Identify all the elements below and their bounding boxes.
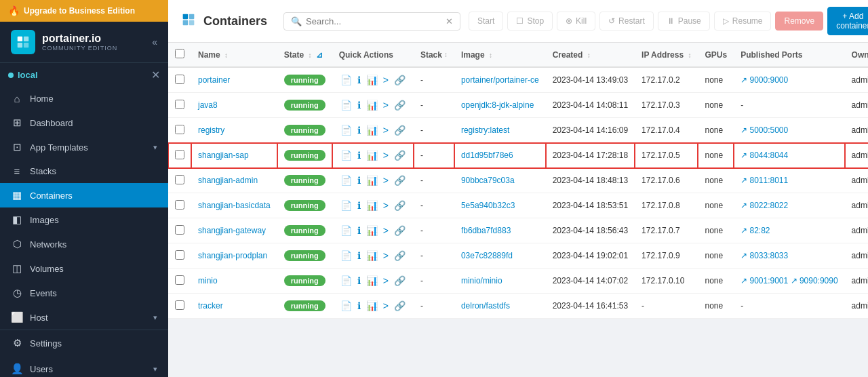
inspect-icon[interactable]: ℹ	[356, 98, 362, 112]
kill-button[interactable]: ⊗ Kill	[557, 12, 595, 31]
image-link[interactable]: 5e5a940b32c3	[461, 201, 515, 210]
inspect-icon[interactable]: ℹ	[356, 299, 362, 313]
console-icon[interactable]: >	[382, 148, 390, 162]
upgrade-banner[interactable]: 🔥 Upgrade to Business Edition	[0, 0, 168, 22]
console-icon[interactable]: >	[382, 224, 390, 237]
sidebar-item-dashboard[interactable]: ⊞ Dashboard	[0, 111, 168, 135]
attach-icon[interactable]: 🔗	[393, 249, 407, 262]
col-image[interactable]: Image ↕	[454, 43, 546, 67]
container-name-link[interactable]: shangjian-prodplan	[198, 251, 267, 260]
container-name-link[interactable]: portainer	[198, 75, 230, 85]
row-checkbox[interactable]	[175, 250, 184, 260]
logs-icon[interactable]: 📄	[339, 299, 353, 313]
row-checkbox[interactable]	[175, 200, 184, 210]
console-icon[interactable]: >	[382, 123, 390, 137]
start-button[interactable]: Start	[469, 12, 503, 31]
container-name-link[interactable]: shangjian-gateway	[198, 226, 266, 235]
console-icon[interactable]: >	[382, 73, 390, 87]
row-checkbox[interactable]	[175, 150, 184, 159]
inspect-icon[interactable]: ℹ	[356, 199, 362, 212]
filter-icon[interactable]: ⊿	[316, 50, 323, 60]
attach-icon[interactable]: 🔗	[393, 299, 407, 313]
attach-icon[interactable]: 🔗	[393, 73, 407, 87]
attach-icon[interactable]: 🔗	[393, 98, 407, 112]
row-checkbox[interactable]	[175, 300, 184, 310]
attach-icon[interactable]: 🔗	[393, 148, 407, 162]
port-link[interactable]: ↗ 9001:9001	[741, 276, 788, 285]
container-name-link[interactable]: tracker	[198, 301, 223, 311]
image-link[interactable]: openjdk:8-jdk-alpine	[461, 100, 534, 110]
sidebar-item-events[interactable]: ◷ Events	[0, 281, 168, 305]
inspect-icon[interactable]: ℹ	[356, 249, 362, 262]
sidebar-item-home[interactable]: ⌂ Home	[0, 87, 168, 111]
sidebar-item-images[interactable]: ◧ Images	[0, 207, 168, 232]
logs-icon[interactable]: 📄	[339, 199, 353, 212]
attach-icon[interactable]: 🔗	[393, 123, 407, 137]
container-name-link[interactable]: shangjian-sap	[198, 151, 249, 160]
logs-icon[interactable]: 📄	[339, 274, 353, 287]
image-link[interactable]: dd1d95bf78e6	[461, 151, 513, 160]
port-link[interactable]: ↗ 8011:8011	[741, 176, 788, 185]
sidebar-collapse-button[interactable]: «	[152, 37, 157, 47]
stop-button[interactable]: ☐ Stop	[507, 12, 553, 31]
stats-icon[interactable]: 📊	[365, 98, 379, 112]
attach-icon[interactable]: 🔗	[393, 274, 407, 287]
image-link[interactable]: 03e7c82889fd	[461, 251, 513, 260]
container-name-link[interactable]: shangjian-basicdata	[198, 201, 271, 210]
sidebar-item-host[interactable]: ⬜ Host ▾	[0, 305, 168, 330]
col-ip[interactable]: IP Address ↕	[635, 43, 698, 67]
stats-icon[interactable]: 📊	[365, 224, 379, 237]
stats-icon[interactable]: 📊	[365, 174, 379, 187]
port-link[interactable]: ↗ 82:82	[741, 226, 770, 235]
sidebar-item-containers[interactable]: ▦ Containers	[0, 183, 168, 207]
image-link[interactable]: 90bbca79c03a	[461, 176, 515, 185]
stats-icon[interactable]: 📊	[365, 73, 379, 87]
row-checkbox[interactable]	[175, 225, 184, 235]
image-link[interactable]: minio/minio	[461, 276, 502, 285]
add-container-button[interactable]: + Add container	[827, 7, 868, 35]
port-link[interactable]: ↗ 5000:5000	[741, 125, 788, 135]
environment-close-button[interactable]: ✕	[151, 68, 160, 81]
attach-icon[interactable]: 🔗	[393, 174, 407, 187]
pause-button[interactable]: ⏸ Pause	[658, 12, 710, 31]
image-link[interactable]: registry:latest	[461, 125, 509, 135]
attach-icon[interactable]: 🔗	[393, 199, 407, 212]
col-created[interactable]: Created ↕	[546, 43, 635, 67]
container-name-link[interactable]: shangjian-admin	[198, 176, 258, 185]
remove-button[interactable]: Remove	[775, 12, 823, 31]
port-link[interactable]: ↗ 8044:8044	[741, 151, 788, 160]
restart-button[interactable]: ↺ Restart	[599, 12, 654, 31]
search-clear-icon[interactable]: ✕	[446, 16, 453, 26]
row-checkbox[interactable]	[175, 275, 184, 285]
inspect-icon[interactable]: ℹ	[356, 148, 362, 162]
sidebar-item-networks[interactable]: ⬡ Networks	[0, 232, 168, 256]
row-checkbox[interactable]	[175, 125, 184, 134]
resume-button[interactable]: ▷ Resume	[714, 12, 772, 31]
inspect-icon[interactable]: ℹ	[356, 274, 362, 287]
sidebar-item-settings[interactable]: ⚙ Settings	[0, 330, 168, 356]
console-icon[interactable]: >	[382, 249, 390, 262]
console-icon[interactable]: >	[382, 199, 390, 212]
inspect-icon[interactable]: ℹ	[356, 174, 362, 187]
stats-icon[interactable]: 📊	[365, 274, 379, 287]
logs-icon[interactable]: 📄	[339, 123, 353, 137]
stats-icon[interactable]: 📊	[365, 148, 379, 162]
inspect-icon[interactable]: ℹ	[356, 73, 362, 87]
container-name-link[interactable]: minio	[198, 276, 218, 285]
console-icon[interactable]: >	[382, 174, 390, 187]
port-link[interactable]: ↗ 9090:9090	[791, 276, 838, 285]
search-input[interactable]	[306, 16, 441, 26]
sidebar-item-volumes[interactable]: ◫ Volumes	[0, 256, 168, 281]
port-link[interactable]: ↗ 8022:8022	[741, 201, 788, 210]
stats-icon[interactable]: 📊	[365, 299, 379, 313]
sidebar-item-stacks[interactable]: ≡ Stacks	[0, 159, 168, 183]
attach-icon[interactable]: 🔗	[393, 224, 407, 237]
port-link[interactable]: ↗ 9000:9000	[741, 75, 788, 85]
row-checkbox[interactable]	[175, 75, 184, 84]
col-name[interactable]: Name ↕	[191, 43, 277, 67]
col-state[interactable]: State ↕ ⊿	[277, 43, 332, 67]
logs-icon[interactable]: 📄	[339, 73, 353, 87]
image-link[interactable]: portainer/portainer-ce	[461, 75, 539, 85]
console-icon[interactable]: >	[382, 274, 390, 287]
image-link[interactable]: fb6dba7fd883	[461, 226, 511, 235]
